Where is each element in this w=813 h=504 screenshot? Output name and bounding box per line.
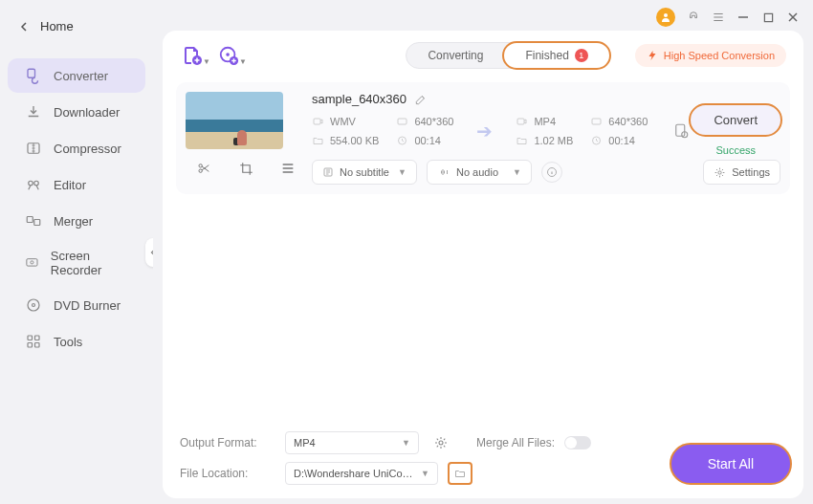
resolution-icon <box>396 116 408 127</box>
target-meta-2: 640*360 00:14 <box>590 116 648 146</box>
menu-icon[interactable] <box>712 11 725 24</box>
source-meta: WMV 554.00 KB <box>312 116 379 146</box>
maximize-icon[interactable] <box>761 11 775 24</box>
chevron-left-icon <box>19 22 29 32</box>
sidebar-item-tools[interactable]: Tools <box>8 324 145 359</box>
output-format-select[interactable]: MP4 ▼ <box>285 431 419 454</box>
settings-button[interactable]: Settings <box>703 160 780 185</box>
sidebar-item-dvd-burner[interactable]: DVD Burner <box>8 288 145 322</box>
sidebar-item-merger[interactable]: Merger <box>8 204 145 238</box>
svg-point-7 <box>31 261 33 264</box>
nav-label: Tools <box>54 335 82 349</box>
source-meta-2: 640*360 00:14 <box>396 116 453 146</box>
nav-label: Merger <box>54 214 93 229</box>
svg-rect-26 <box>592 119 601 124</box>
svg-rect-4 <box>27 217 33 223</box>
scissors-icon <box>196 161 211 176</box>
file-gear-icon <box>672 122 690 140</box>
sidebar-item-compressor[interactable]: Compressor <box>8 131 145 165</box>
support-icon[interactable] <box>687 11 700 24</box>
folder-icon <box>516 135 528 146</box>
add-disc-button[interactable]: ▼ <box>216 43 241 68</box>
nav-label: Compressor <box>54 142 121 156</box>
close-icon[interactable] <box>786 11 800 24</box>
finished-count-badge: 1 <box>575 49 588 62</box>
merger-icon <box>25 212 42 230</box>
folder-icon <box>312 135 324 146</box>
sidebar-item-editor[interactable]: Editor <box>8 167 145 202</box>
convert-button[interactable]: Convert <box>689 103 782 137</box>
tab-converting[interactable]: Converting <box>406 43 504 68</box>
svg-point-21 <box>199 169 202 172</box>
minimize-icon[interactable] <box>736 11 750 24</box>
clock-icon <box>590 135 603 146</box>
info-button[interactable] <box>541 162 562 183</box>
sidebar: Home Converter Downloader Compressor Edi… <box>0 0 153 504</box>
audio-icon <box>437 166 450 178</box>
svg-rect-10 <box>28 336 33 340</box>
resolution-icon <box>590 116 603 127</box>
file-location-select[interactable]: D:\Wondershare UniConverter 1 ▼ <box>285 462 438 485</box>
nav-label: Screen Recorder <box>51 249 128 277</box>
back-home[interactable]: Home <box>0 11 153 41</box>
nav-label: Converter <box>54 69 108 83</box>
crop-icon <box>239 162 253 176</box>
svg-rect-22 <box>314 119 320 124</box>
nav-label: Editor <box>54 178 86 192</box>
svg-rect-25 <box>517 119 524 124</box>
nav-label: Downloader <box>54 105 120 120</box>
dvd-icon <box>25 296 42 314</box>
svg-point-18 <box>226 53 230 56</box>
screen-recorder-icon <box>25 254 39 272</box>
status-tabs: Converting Finished 1 <box>406 42 609 69</box>
svg-rect-11 <box>35 336 40 340</box>
svg-point-9 <box>33 304 35 307</box>
compressor-icon <box>25 140 42 157</box>
gear-icon <box>433 435 449 450</box>
audio-select[interactable]: No audio ▼ <box>427 160 532 185</box>
edit-name-icon[interactable] <box>414 93 428 106</box>
file-location-label: File Location: <box>180 467 275 480</box>
tools-icon <box>25 333 42 350</box>
svg-rect-5 <box>34 220 40 226</box>
add-file-button[interactable]: ▼ <box>180 43 205 68</box>
avatar-icon[interactable] <box>656 8 675 27</box>
svg-point-8 <box>28 299 39 311</box>
gear-icon <box>714 166 726 179</box>
svg-point-3 <box>34 181 39 186</box>
status-text: Success <box>715 144 756 156</box>
open-folder-button[interactable] <box>448 462 472 485</box>
start-all-button[interactable]: Start All <box>670 443 792 485</box>
tab-finished[interactable]: Finished 1 <box>502 41 610 70</box>
titlebar <box>153 0 813 25</box>
output-format-label: Output Format: <box>180 436 275 449</box>
topbar: ▼ ▼ Converting Finished 1 High Speed Con… <box>174 42 792 77</box>
svg-point-32 <box>718 170 721 173</box>
sidebar-item-converter[interactable]: Converter <box>8 58 145 93</box>
arrow-icon: ➔ <box>471 120 498 142</box>
nav-label: DVD Burner <box>54 298 121 313</box>
video-thumbnail[interactable] <box>186 92 283 149</box>
svg-rect-23 <box>398 119 406 124</box>
effect-button[interactable] <box>275 159 300 178</box>
target-meta: MP4 1.02 MB <box>516 116 573 146</box>
sidebar-item-screen-recorder[interactable]: Screen Recorder <box>8 240 145 286</box>
add-disc-icon <box>218 45 239 66</box>
svg-rect-15 <box>764 13 772 21</box>
format-settings-button[interactable] <box>428 433 453 452</box>
high-speed-badge[interactable]: High Speed Conversion <box>635 44 786 67</box>
video-icon <box>312 116 324 127</box>
sidebar-item-downloader[interactable]: Downloader <box>8 95 145 129</box>
svg-point-33 <box>439 441 443 445</box>
subtitle-select[interactable]: No subtitle ▼ <box>312 160 417 185</box>
output-settings-button[interactable] <box>672 122 690 140</box>
svg-rect-12 <box>28 343 33 348</box>
folder-icon <box>453 468 467 479</box>
trim-button[interactable] <box>191 159 216 178</box>
svg-point-2 <box>29 181 33 186</box>
crop-button[interactable] <box>233 159 258 178</box>
merge-toggle[interactable] <box>564 436 591 449</box>
converter-panel: ▼ ▼ Converting Finished 1 High Speed Con… <box>163 31 803 498</box>
main: ▼ ▼ Converting Finished 1 High Speed Con… <box>153 0 813 504</box>
svg-point-14 <box>664 13 668 17</box>
